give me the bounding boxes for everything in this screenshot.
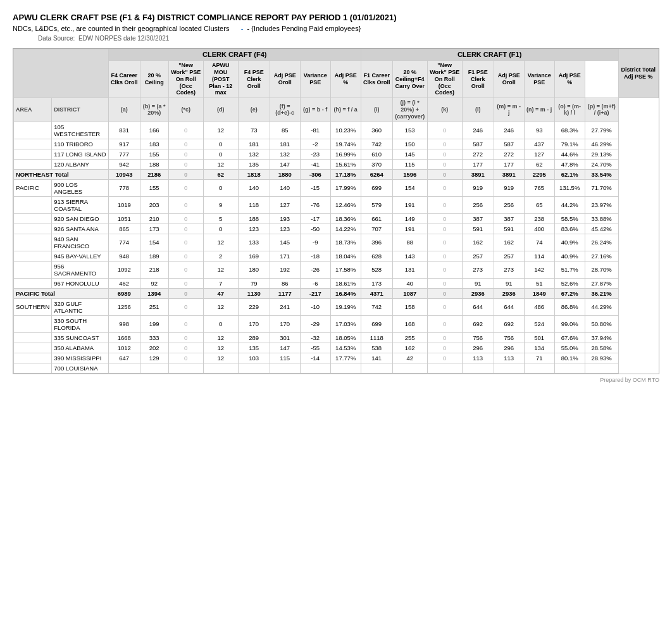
cell-p: 26.24% <box>585 234 618 251</box>
cell-c: 0 <box>168 196 203 213</box>
cell-a: 998 <box>108 315 140 332</box>
cell-n: 114 <box>524 251 554 261</box>
cell-b: 2186 <box>140 169 168 179</box>
cell-p: 71.70% <box>585 179 618 196</box>
cell-n: 65 <box>524 196 554 213</box>
cell-b: 155 <box>140 149 168 159</box>
district-cell: 900 LOS ANGELES <box>52 179 108 196</box>
cell-b: 210 <box>140 213 168 224</box>
cell-j: 143 <box>392 251 427 261</box>
cell-d: 0 <box>203 179 238 196</box>
datasource: Data Source: EDW NORPES date 12/30/2021 <box>38 35 659 42</box>
cell-h: 18.05% <box>330 332 361 343</box>
cell-e <box>238 363 270 373</box>
area-cell <box>14 251 52 261</box>
cell-j: 168 <box>392 315 427 332</box>
cell-h: 18.73% <box>330 234 361 251</box>
cell-g: -81 <box>300 122 330 139</box>
cell-p: 24.70% <box>585 159 618 169</box>
cell-i: 360 <box>361 122 392 139</box>
cell-g: -17 <box>300 213 330 224</box>
cell-c: 0 <box>168 251 203 261</box>
cell-j: 153 <box>392 122 427 139</box>
cell-c: 0 <box>168 278 203 288</box>
cell-i <box>361 363 392 373</box>
cell-g: -41 <box>300 159 330 169</box>
cell-d: 5 <box>203 213 238 224</box>
cell-f: 301 <box>270 332 300 343</box>
cell-g <box>300 363 330 373</box>
cell-k: 0 <box>427 169 462 179</box>
cell-g: -14 <box>300 353 330 363</box>
cell-e: 79 <box>238 278 270 288</box>
cell-c: 0 <box>168 169 203 179</box>
f1-variance-header: Variance PSE <box>524 61 554 98</box>
f4-pse-clerk-header: F4 PSE Clerk Oroll <box>238 61 270 98</box>
cell-g: -29 <box>300 315 330 332</box>
cell-m: 296 <box>494 343 524 353</box>
cell-l: 587 <box>462 139 494 149</box>
cell-g: -23 <box>300 149 330 159</box>
cell-d: 0 <box>203 315 238 332</box>
f1-career-header: F1 Career Clks Oroll <box>361 61 392 98</box>
cell-k: 0 <box>427 149 462 159</box>
cell-p: 33.54% <box>585 169 618 179</box>
cell-a: 942 <box>108 159 140 169</box>
cell-e: 123 <box>238 224 270 234</box>
cell-o: 51.7% <box>554 261 585 278</box>
cell-f: 192 <box>270 261 300 278</box>
cell-e: 169 <box>238 251 270 261</box>
cell-b: 173 <box>140 224 168 234</box>
cell-h: 14.22% <box>330 224 361 234</box>
cell-j: 40 <box>392 278 427 288</box>
cell-e: 103 <box>238 353 270 363</box>
cell-c: 0 <box>168 343 203 353</box>
cell-h: 18.36% <box>330 213 361 224</box>
district-cell: 956 SACRAMENTO <box>52 261 108 278</box>
cell-l: 91 <box>462 278 494 288</box>
cell-n: 74 <box>524 234 554 251</box>
cell-l: 296 <box>462 343 494 353</box>
cell-k: 0 <box>427 196 462 213</box>
cell-o: 55.0% <box>554 343 585 353</box>
cell-b: 183 <box>140 139 168 149</box>
cell-n: 51 <box>524 278 554 288</box>
district-cell: 390 MISSISSIPPI <box>52 353 108 363</box>
cell-h: 17.18% <box>330 169 361 179</box>
district-cell: 350 ALABAMA <box>52 343 108 353</box>
formula-c: (*c) <box>168 98 203 122</box>
cell-b: 251 <box>140 298 168 315</box>
cell-a: 1051 <box>108 213 140 224</box>
cell-g: -26 <box>300 261 330 278</box>
cell-a: 774 <box>108 234 140 251</box>
f1-adj-pct-header: Adj PSE % <box>554 61 585 98</box>
area-cell <box>14 315 52 332</box>
cell-m <box>494 363 524 373</box>
area-cell <box>14 363 52 373</box>
cell-n: 1849 <box>524 288 554 298</box>
area-cell <box>14 343 52 353</box>
cell-b: 154 <box>140 234 168 251</box>
cell-j: 115 <box>392 159 427 169</box>
cell-k: 0 <box>427 213 462 224</box>
cell-p <box>585 363 618 373</box>
f1-pse-clerk-header: F1 PSE Clerk Oroll <box>462 61 494 98</box>
cell-p: 37.94% <box>585 332 618 343</box>
cell-a: 6989 <box>108 288 140 298</box>
cell-b: 203 <box>140 196 168 213</box>
cell-m: 246 <box>494 122 524 139</box>
cell-d: 2 <box>203 251 238 261</box>
cell-f: 147 <box>270 159 300 169</box>
cell-d: 12 <box>203 343 238 353</box>
cell-a: 778 <box>108 179 140 196</box>
cell-c: 0 <box>168 224 203 234</box>
cell-d: 9 <box>203 196 238 213</box>
cell-m: 692 <box>494 315 524 332</box>
cell-e: 289 <box>238 332 270 343</box>
cell-o: 83.6% <box>554 224 585 234</box>
subtitle: NDCs, L&DCs, etc., are counted in their … <box>13 25 659 32</box>
formula-l: (l) <box>462 98 494 122</box>
cell-h: 19.74% <box>330 139 361 149</box>
cell-b: 155 <box>140 179 168 196</box>
cell-l: 257 <box>462 251 494 261</box>
